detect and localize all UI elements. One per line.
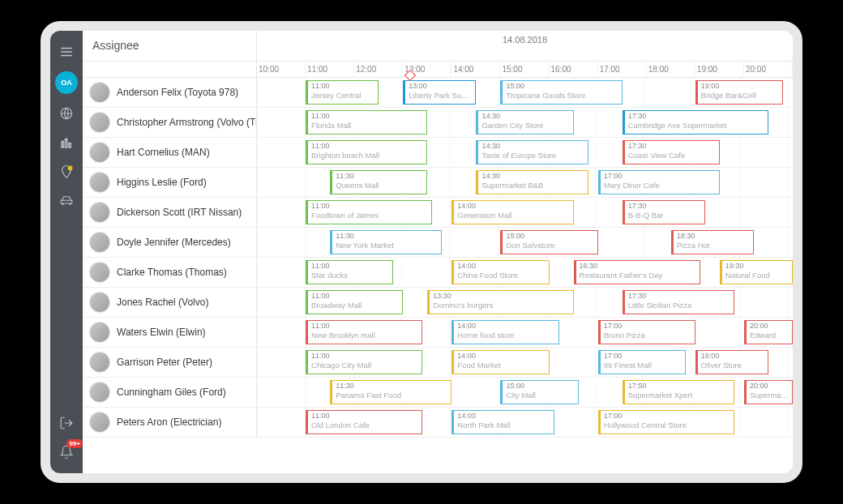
timeline-track[interactable]: 11:00Chicago City Mall14:00Food Market17… (257, 348, 793, 377)
timeline-track[interactable]: 11:30Panama Fast Food15:00City Mall17:50… (257, 378, 793, 407)
task-label: Restaurant Father's Day (580, 271, 696, 280)
timeline-track[interactable]: 11:00Old London Cafe14:00North Park Mall… (257, 408, 793, 437)
timeline-track[interactable]: 11:00Foodtown of James14:00Generation Ma… (257, 198, 793, 227)
task-block[interactable]: 17:30B-B-Q Bar (623, 200, 705, 224)
task-block[interactable]: 11:00New Brooklyn mall (306, 320, 422, 344)
timeline-track[interactable]: 11:00Broadway Mall13:30Domino's burgers1… (257, 288, 793, 317)
task-label: Generation Mall (457, 211, 569, 220)
task-block[interactable]: 11:00Chicago City Mall (306, 350, 422, 374)
task-block[interactable]: 17:30Cambridge Ave Supermarket (623, 110, 768, 135)
avatar (89, 82, 110, 103)
assignee-name: Dickerson Scott (IRT Nissan) (117, 207, 242, 218)
task-label: Edward (750, 331, 789, 340)
task-label: Foodtown of James (311, 211, 428, 220)
time-tick: 10:00 (257, 62, 306, 77)
task-block[interactable]: 17:50Supermarket Xpert (623, 380, 734, 404)
task-block[interactable]: 14:00China Food Store (451, 260, 549, 284)
timeline-track[interactable]: 11:00Brighton beach Mall14:30Taste of Eu… (257, 138, 793, 167)
task-block[interactable]: 19:00Oliver Store (695, 350, 768, 374)
task-time: 11:00 (311, 202, 428, 211)
task-block[interactable]: 15:00Tropicana Goods Store (500, 80, 622, 105)
timeline-track[interactable]: 11:00Star ducks14:00China Food Store16:3… (257, 258, 793, 287)
location-warning-icon[interactable] (57, 162, 76, 182)
task-block[interactable]: 17:00Mary Diner Cafe (598, 170, 720, 194)
assignee-cell[interactable]: Garrison Peter (Peter) (83, 348, 257, 377)
task-time: 11:00 (311, 262, 389, 271)
assignee-name: Jones Rachel (Volvo) (117, 297, 208, 308)
assignee-cell[interactable]: Peters Aron (Electrician) (83, 408, 257, 437)
task-block[interactable]: 18:30Pizza Hot (671, 230, 754, 254)
task-block[interactable]: 11:00Foodtown of James (306, 200, 432, 224)
user-avatar-badge[interactable]: OA (55, 71, 78, 94)
car-icon[interactable] (57, 191, 76, 211)
task-block[interactable]: 15:00Don Salvatore (500, 230, 597, 254)
assignee-row: Hart Cornelius (MAN)11:00Brighton beach … (83, 138, 793, 168)
assignee-cell[interactable]: Waters Elwin (Elwin) (83, 318, 257, 347)
task-time: 17:00 (604, 352, 682, 361)
timeline-track[interactable]: 11:30Queens Mall14:30Supermarket B&B17:0… (257, 168, 793, 197)
task-time: 19:30 (725, 262, 789, 271)
task-block[interactable]: 14:30Taste of Europe Store (476, 140, 588, 164)
task-block[interactable]: 14:00Generation Mall (451, 200, 573, 224)
time-tick: 16:00 (550, 62, 598, 77)
time-tick: 18:00 (647, 62, 695, 77)
task-block[interactable]: 11:30Panama Fast Food (330, 380, 451, 404)
task-block[interactable]: 11:00Brighton beach Mall (306, 140, 427, 164)
task-time: 11:00 (311, 82, 374, 91)
task-block[interactable]: 14:00North Park Mall (451, 410, 554, 434)
task-block[interactable]: 17:30Coast View Cafe (623, 140, 720, 164)
task-block[interactable]: 11:00Star ducks (306, 260, 393, 284)
task-block[interactable]: 14:00Food Market (451, 350, 549, 374)
assignee-cell[interactable]: Christopher Armstrong (Volvo (Truck)) (83, 108, 257, 137)
task-block[interactable]: 11:30New York Market (330, 230, 442, 254)
avatar (89, 232, 110, 253)
task-label: Panama Fast Food (336, 391, 447, 400)
bell-icon[interactable]: 99+ (57, 442, 76, 462)
task-block[interactable]: 13:30Domino's burgers (427, 290, 573, 314)
task-block[interactable]: 17:30Little Sicilian Pizza (623, 290, 734, 314)
assignee-cell[interactable]: Anderson Felix (Toyota 978) (83, 78, 257, 107)
task-label: Domino's burgers (433, 301, 569, 310)
assignee-cell[interactable]: Clarke Thomas (Thomas) (83, 258, 257, 287)
timeline-track[interactable]: 11:00Jersey Central13:00Liberty Park Sup… (257, 78, 793, 107)
task-block[interactable]: 17:00Hollywood Central Store (598, 410, 734, 434)
assignee-cell[interactable]: Hart Cornelius (MAN) (83, 138, 257, 167)
svg-rect-5 (66, 139, 67, 148)
task-block[interactable]: 20:00Supermarket (744, 380, 793, 404)
timeline-track[interactable]: 11:00Florida Mall14:30Garden City Store1… (257, 108, 793, 137)
menu-icon[interactable] (57, 42, 76, 62)
task-block[interactable]: 15:00City Mall (500, 380, 578, 404)
timeline-track[interactable]: 11:30New York Market15:00Don Salvatore18… (257, 228, 793, 257)
task-block[interactable]: 11:00Jersey Central (306, 80, 379, 105)
task-label: Queens Mall (336, 181, 423, 190)
task-block[interactable]: 19:00Bridge Bar&Grill (695, 80, 783, 105)
task-block[interactable]: 20:00Edward (744, 320, 793, 344)
task-block[interactable]: 14:30Garden City Store (476, 110, 573, 135)
task-block[interactable]: 17:00Bruno Pizza (598, 320, 695, 344)
task-label: Bruno Pizza (604, 331, 691, 340)
task-block[interactable]: 11:00Florida Mall (306, 110, 427, 135)
task-label: Oliver Store (701, 361, 764, 370)
task-block[interactable]: 16:30Restaurant Father's Day (574, 260, 700, 284)
assignee-name: Anderson Felix (Toyota 978) (117, 87, 238, 98)
task-block[interactable]: 19:30Natural Food (720, 260, 793, 284)
assignee-cell[interactable]: Higgins Leslie (Ford) (83, 168, 257, 197)
task-block[interactable]: 11:00Broadway Mall (306, 290, 403, 314)
task-block[interactable]: 17:0099 Finest Mall (598, 350, 686, 374)
assignee-cell[interactable]: Doyle Jennifer (Mercedes) (83, 228, 257, 257)
task-block[interactable]: 11:00Old London Cafe (306, 410, 422, 434)
timeline-track[interactable]: 11:00New Brooklyn mall14:00Home food sto… (257, 318, 793, 347)
assignee-cell[interactable]: Cunningham Giles (Ford) (83, 378, 257, 407)
logout-icon[interactable] (57, 413, 76, 433)
task-label: Bridge Bar&Grill (701, 91, 779, 100)
chart-icon[interactable] (57, 133, 76, 152)
task-block[interactable]: 14:30Supermarket B&B (476, 170, 588, 194)
assignee-cell[interactable]: Jones Rachel (Volvo) (83, 288, 257, 317)
avatar (89, 202, 110, 223)
assignee-cell[interactable]: Dickerson Scott (IRT Nissan) (83, 198, 257, 227)
task-block[interactable]: 14:00Home food store (451, 320, 558, 344)
globe-icon[interactable] (57, 104, 76, 123)
sidebar: OA 99+ (50, 31, 83, 473)
task-block[interactable]: 13:00Liberty Park Supermarket (403, 80, 476, 105)
task-block[interactable]: 11:30Queens Mall (330, 170, 427, 194)
